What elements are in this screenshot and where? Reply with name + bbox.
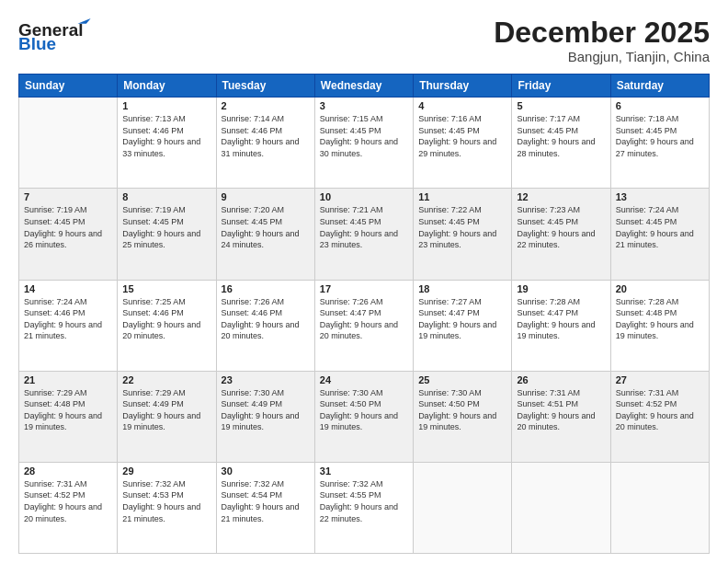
table-row: 1 Sunrise: 7:13 AMSunset: 4:46 PMDayligh… [118,98,216,189]
day-number: 1 [122,100,210,111]
day-info: Sunrise: 7:28 AMSunset: 4:48 PMDaylight:… [616,296,704,342]
table-row: 8 Sunrise: 7:19 AMSunset: 4:45 PMDayligh… [118,189,216,280]
table-row [414,462,512,553]
table-row: 18 Sunrise: 7:27 AMSunset: 4:47 PMDaylig… [414,280,512,371]
day-info: Sunrise: 7:21 AMSunset: 4:45 PMDaylight:… [320,204,408,250]
day-info: Sunrise: 7:30 AMSunset: 4:50 PMDaylight:… [320,387,408,433]
day-number: 7 [24,191,112,202]
table-row [19,98,118,189]
day-info: Sunrise: 7:23 AMSunset: 4:45 PMDaylight:… [517,204,605,250]
day-info: Sunrise: 7:31 AMSunset: 4:52 PMDaylight:… [24,478,112,524]
calendar: Sunday Monday Tuesday Wednesday Thursday… [18,74,710,554]
table-row: 16 Sunrise: 7:26 AMSunset: 4:46 PMDaylig… [216,280,314,371]
day-info: Sunrise: 7:32 AMSunset: 4:54 PMDaylight:… [222,478,310,524]
day-number: 15 [122,283,210,294]
col-monday: Monday [118,75,216,98]
table-row [610,462,709,553]
page: General Blue December 2025 Bangjun, Tian… [0,0,728,563]
table-row: 10 Sunrise: 7:21 AMSunset: 4:45 PMDaylig… [314,189,413,280]
day-info: Sunrise: 7:25 AMSunset: 4:46 PMDaylight:… [122,296,210,342]
day-info: Sunrise: 7:14 AMSunset: 4:46 PMDaylight:… [222,113,310,159]
table-row: 31 Sunrise: 7:32 AMSunset: 4:55 PMDaylig… [314,462,413,553]
day-number: 8 [122,191,210,202]
table-row: 9 Sunrise: 7:20 AMSunset: 4:45 PMDayligh… [216,189,314,280]
day-number: 14 [24,283,112,294]
day-number: 18 [418,283,506,294]
day-info: Sunrise: 7:32 AMSunset: 4:55 PMDaylight:… [320,478,408,524]
day-info: Sunrise: 7:17 AMSunset: 4:45 PMDaylight:… [517,113,605,159]
table-row: 14 Sunrise: 7:24 AMSunset: 4:46 PMDaylig… [19,280,118,371]
day-info: Sunrise: 7:27 AMSunset: 4:47 PMDaylight:… [418,296,506,342]
day-number: 17 [320,283,408,294]
day-info: Sunrise: 7:30 AMSunset: 4:50 PMDaylight:… [418,387,506,433]
day-number: 20 [616,283,704,294]
table-row: 26 Sunrise: 7:31 AMSunset: 4:51 PMDaylig… [512,371,610,462]
day-number: 26 [517,374,605,385]
day-info: Sunrise: 7:26 AMSunset: 4:47 PMDaylight:… [320,296,408,342]
table-row: 19 Sunrise: 7:28 AMSunset: 4:47 PMDaylig… [512,280,610,371]
day-info: Sunrise: 7:24 AMSunset: 4:45 PMDaylight:… [616,204,704,250]
calendar-week-row: 7 Sunrise: 7:19 AMSunset: 4:45 PMDayligh… [19,189,710,280]
day-info: Sunrise: 7:18 AMSunset: 4:45 PMDaylight:… [616,113,704,159]
day-info: Sunrise: 7:29 AMSunset: 4:48 PMDaylight:… [24,387,112,433]
day-number: 4 [418,100,506,111]
calendar-header-row: Sunday Monday Tuesday Wednesday Thursday… [19,75,710,98]
table-row: 15 Sunrise: 7:25 AMSunset: 4:46 PMDaylig… [118,280,216,371]
table-row [512,462,610,553]
day-info: Sunrise: 7:24 AMSunset: 4:46 PMDaylight:… [24,296,112,342]
day-number: 5 [517,100,605,111]
day-info: Sunrise: 7:15 AMSunset: 4:45 PMDaylight:… [320,113,408,159]
day-info: Sunrise: 7:22 AMSunset: 4:45 PMDaylight:… [418,204,506,250]
title-section: December 2025 Bangjun, Tianjin, China [494,17,710,64]
day-number: 9 [222,191,310,202]
day-number: 13 [616,191,704,202]
table-row: 17 Sunrise: 7:26 AMSunset: 4:47 PMDaylig… [314,280,413,371]
calendar-week-row: 1 Sunrise: 7:13 AMSunset: 4:46 PMDayligh… [19,98,710,189]
table-row: 27 Sunrise: 7:31 AMSunset: 4:52 PMDaylig… [610,371,709,462]
day-number: 3 [320,100,408,111]
table-row: 24 Sunrise: 7:30 AMSunset: 4:50 PMDaylig… [314,371,413,462]
day-number: 10 [320,191,408,202]
table-row: 28 Sunrise: 7:31 AMSunset: 4:52 PMDaylig… [19,462,118,553]
col-saturday: Saturday [610,75,709,98]
calendar-week-row: 21 Sunrise: 7:29 AMSunset: 4:48 PMDaylig… [19,371,710,462]
day-info: Sunrise: 7:30 AMSunset: 4:49 PMDaylight:… [222,387,310,433]
day-number: 29 [122,465,210,477]
calendar-week-row: 28 Sunrise: 7:31 AMSunset: 4:52 PMDaylig… [19,462,710,553]
day-info: Sunrise: 7:19 AMSunset: 4:45 PMDaylight:… [122,204,210,250]
day-number: 21 [24,374,112,385]
day-info: Sunrise: 7:29 AMSunset: 4:49 PMDaylight:… [122,387,210,433]
table-row: 4 Sunrise: 7:16 AMSunset: 4:45 PMDayligh… [414,98,512,189]
location: Bangjun, Tianjin, China [494,49,710,64]
table-row: 20 Sunrise: 7:28 AMSunset: 4:48 PMDaylig… [610,280,709,371]
col-friday: Friday [512,75,610,98]
day-info: Sunrise: 7:31 AMSunset: 4:51 PMDaylight:… [517,387,605,433]
table-row: 7 Sunrise: 7:19 AMSunset: 4:45 PMDayligh… [19,189,118,280]
table-row: 2 Sunrise: 7:14 AMSunset: 4:46 PMDayligh… [216,98,314,189]
day-info: Sunrise: 7:16 AMSunset: 4:45 PMDaylight:… [418,113,506,159]
day-number: 28 [24,465,112,477]
day-number: 25 [418,374,506,385]
col-wednesday: Wednesday [314,75,413,98]
table-row: 30 Sunrise: 7:32 AMSunset: 4:54 PMDaylig… [216,462,314,553]
day-number: 16 [222,283,310,294]
col-thursday: Thursday [414,75,512,98]
day-number: 11 [418,191,506,202]
day-number: 27 [616,374,704,385]
day-info: Sunrise: 7:32 AMSunset: 4:53 PMDaylight:… [122,478,210,524]
table-row: 22 Sunrise: 7:29 AMSunset: 4:49 PMDaylig… [118,371,216,462]
table-row: 5 Sunrise: 7:17 AMSunset: 4:45 PMDayligh… [512,98,610,189]
table-row: 6 Sunrise: 7:18 AMSunset: 4:45 PMDayligh… [610,98,709,189]
table-row: 25 Sunrise: 7:30 AMSunset: 4:50 PMDaylig… [414,371,512,462]
day-info: Sunrise: 7:26 AMSunset: 4:46 PMDaylight:… [222,296,310,342]
day-number: 30 [222,465,310,477]
day-number: 12 [517,191,605,202]
day-number: 24 [320,374,408,385]
table-row: 21 Sunrise: 7:29 AMSunset: 4:48 PMDaylig… [19,371,118,462]
logo-svg: General Blue [18,17,101,53]
month-title: December 2025 [494,17,710,49]
header: General Blue December 2025 Bangjun, Tian… [18,17,710,64]
day-info: Sunrise: 7:19 AMSunset: 4:45 PMDaylight:… [24,204,112,250]
day-number: 2 [222,100,310,111]
day-number: 6 [616,100,704,111]
